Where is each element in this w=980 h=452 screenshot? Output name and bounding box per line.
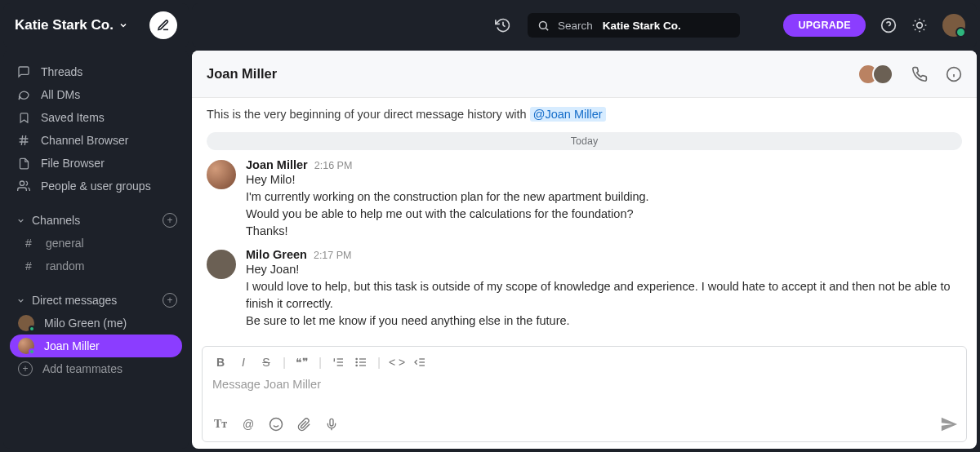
avatar[interactable] [207, 250, 236, 279]
hash-icon: # [21, 259, 36, 273]
message-line: I would love to help, but this task is o… [246, 278, 962, 312]
message-input[interactable]: Message Joan Miller [203, 374, 966, 412]
chat-header: Joan Miller [192, 51, 977, 98]
message-time: 2:17 PM [314, 250, 352, 261]
compose-button[interactable] [149, 11, 177, 39]
whats-new-icon[interactable] [911, 17, 928, 33]
topbar: Search Katie Stark Co. UPGRADE [192, 3, 977, 47]
search-icon [537, 20, 550, 32]
chevron-down-icon [16, 216, 25, 225]
avatar [18, 315, 34, 331]
upgrade-button[interactable]: UPGRADE [783, 14, 866, 37]
svg-line-8 [546, 28, 548, 30]
search-input[interactable]: Search Katie Stark Co. [528, 13, 740, 38]
dms-section-header[interactable]: Direct messages + [3, 289, 189, 312]
message-composer: B I S | ❝❞ | | < > Message Joan Miller [202, 346, 967, 442]
format-toolbar: B I S | ❝❞ | | < > [203, 347, 966, 374]
toolbar-separator: | [279, 353, 289, 371]
svg-line-3 [24, 135, 25, 145]
chevron-down-icon [16, 296, 25, 305]
workspace-name: Katie Stark Co. [15, 17, 114, 33]
channel-general[interactable]: # general [3, 232, 189, 255]
nav-all-dms[interactable]: All DMs [3, 83, 189, 106]
code-button[interactable]: < > [387, 353, 407, 371]
chat-title[interactable]: Joan Miller [207, 66, 277, 82]
file-icon [16, 157, 31, 170]
add-dm-button[interactable]: + [163, 293, 177, 308]
avatar [872, 64, 893, 85]
ordered-list-button[interactable] [328, 353, 348, 371]
svg-line-2 [21, 135, 22, 145]
channel-browser-icon [16, 134, 31, 147]
help-icon[interactable] [880, 17, 897, 33]
message-line: I'm currently working on the constructio… [246, 188, 649, 206]
dm-intro: This is the very beginning of your direc… [207, 108, 962, 121]
svg-point-22 [356, 361, 357, 362]
history-button[interactable] [492, 17, 514, 33]
conversation-panel: Joan Miller This is the very beginning o… [192, 51, 977, 449]
nav-threads[interactable]: Threads [3, 60, 189, 83]
emoji-button[interactable] [266, 415, 286, 433]
svg-point-11 [917, 23, 923, 29]
info-icon[interactable] [946, 66, 962, 82]
message-line: Hey Milo! [246, 171, 649, 188]
plus-icon: + [18, 361, 33, 376]
mention[interactable]: @Joan Miller [530, 107, 606, 122]
toolbar-separator: | [315, 353, 325, 371]
message: Joan Miller 2:16 PM Hey Milo! I'm curren… [207, 158, 962, 240]
chevron-down-icon [118, 20, 128, 30]
italic-button[interactable]: I [234, 353, 253, 371]
nav-people[interactable]: People & user groups [3, 175, 189, 197]
message-author[interactable]: Joan Miller [246, 158, 308, 171]
strike-button[interactable]: S [256, 353, 276, 371]
svg-point-7 [539, 21, 546, 29]
people-icon [16, 179, 31, 193]
message: Milo Green 2:17 PM Hey Joan! I would lov… [207, 248, 962, 330]
bullet-list-button[interactable] [351, 353, 371, 371]
svg-point-23 [356, 365, 357, 366]
message-line: Be sure to let me know if you need anyth… [246, 312, 962, 330]
mention-button[interactable]: @ [238, 415, 258, 433]
message-line: Thanks! [246, 223, 649, 240]
hash-icon: # [21, 237, 36, 250]
mic-button[interactable] [322, 415, 341, 433]
bold-button[interactable]: B [211, 353, 230, 371]
codeblock-button[interactable] [410, 353, 430, 371]
quote-button[interactable]: ❝❞ [292, 353, 312, 371]
add-teammates[interactable]: + Add teammates [3, 357, 189, 380]
threads-icon [16, 65, 31, 78]
channel-random[interactable]: # random [3, 255, 189, 277]
message-line: Hey Joan! [246, 261, 962, 278]
date-divider: Today [207, 132, 962, 150]
nav-file-browser[interactable]: File Browser [3, 152, 189, 175]
svg-point-27 [270, 419, 283, 431]
user-avatar[interactable] [942, 14, 965, 37]
workspace-header[interactable]: Katie Stark Co. [3, 3, 189, 47]
format-toggle-button[interactable]: Tт [211, 415, 230, 433]
avatar [18, 338, 34, 354]
toolbar-separator: | [374, 353, 384, 371]
bookmark-icon [16, 112, 31, 124]
add-channel-button[interactable]: + [163, 213, 177, 228]
dm-joan-miller[interactable]: Joan Miller [10, 335, 182, 357]
avatar[interactable] [207, 160, 236, 189]
nav-saved[interactable]: Saved Items [3, 106, 189, 129]
chat-body: This is the very beginning of your direc… [192, 98, 977, 346]
call-icon[interactable] [911, 66, 928, 82]
attach-button[interactable] [294, 415, 314, 433]
member-avatars[interactable] [858, 64, 893, 85]
svg-point-4 [20, 181, 24, 185]
svg-point-21 [356, 358, 357, 359]
message-time: 2:16 PM [314, 160, 353, 171]
dms-icon [16, 88, 31, 101]
message-line: Would you be able to help me out with th… [246, 206, 649, 223]
channels-section-header[interactable]: Channels + [3, 209, 189, 232]
sidebar: Threads All DMs Saved Items Channel Brow… [3, 51, 189, 449]
nav-channel-browser[interactable]: Channel Browser [3, 129, 189, 152]
dm-milo-green[interactable]: Milo Green (me) [3, 312, 189, 335]
svg-line-6 [503, 25, 506, 27]
send-button[interactable] [940, 415, 958, 433]
message-author[interactable]: Milo Green [246, 248, 307, 261]
